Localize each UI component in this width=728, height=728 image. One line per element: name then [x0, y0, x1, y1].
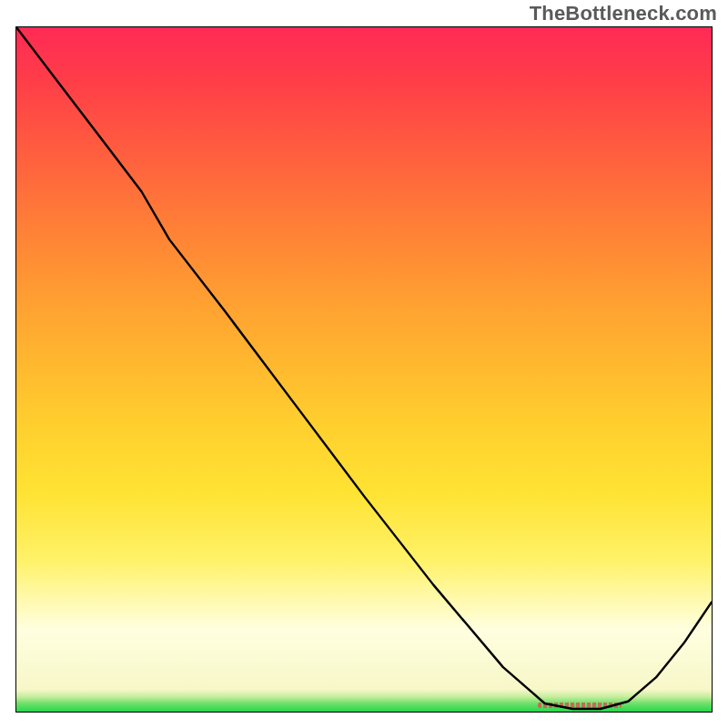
- attribution-label: TheBottleneck.com: [530, 2, 717, 25]
- chart-area: [15, 26, 713, 713]
- bottleneck-curve: [16, 27, 712, 712]
